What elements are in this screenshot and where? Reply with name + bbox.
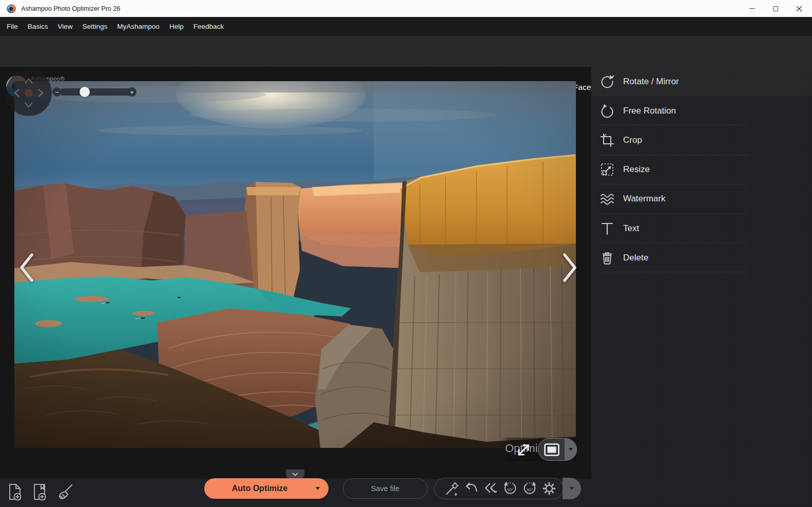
zoom-in-label: + (130, 89, 134, 96)
rotate-mirror-icon (599, 73, 615, 90)
chevron-left-icon (18, 253, 36, 283)
auto-optimize-label: Auto Optimize (232, 484, 287, 493)
sidebar-item-label: Watermark (623, 194, 666, 204)
menu-file[interactable]: File (7, 23, 18, 30)
svg-text:90°: 90° (527, 487, 533, 492)
rotate-left-90-button[interactable]: 90° (500, 478, 520, 499)
menu-settings[interactable]: Settings (83, 23, 108, 30)
pan-arrows-icon (6, 70, 52, 116)
sidebar-item-delete[interactable]: Delete (591, 243, 812, 272)
edit-actions-group: 90° 90° (434, 478, 564, 499)
app-window: Ashampoo Photo Optimizer Pro 26 File Bas… (0, 0, 812, 507)
watermark-icon (599, 191, 615, 207)
maximize-icon (773, 6, 778, 11)
add-file-button[interactable] (4, 480, 27, 504)
save-file-button[interactable]: Save file (343, 478, 428, 499)
fullscreen-button[interactable] (514, 441, 533, 459)
app-logo-icon (7, 4, 16, 13)
window-title: Ashampoo Photo Optimizer Pro 26 (21, 5, 120, 12)
canyon-photo (14, 81, 576, 448)
sidebar-item-watermark[interactable]: Watermark (591, 184, 812, 214)
window-controls (740, 0, 811, 17)
menu-bar: File Basics View Settings MyAshampoo Hel… (0, 17, 812, 36)
menu-help[interactable]: Help (169, 23, 184, 30)
close-icon (796, 6, 802, 12)
settings-gear-icon (541, 480, 557, 497)
text-icon (599, 220, 615, 237)
resize-icon (599, 161, 615, 178)
zoom-out-label: − (55, 89, 59, 96)
title-bar: Ashampoo Photo Optimizer Pro 26 (0, 0, 812, 17)
tab-face[interactable]: Face (573, 83, 591, 92)
previous-image-button[interactable] (18, 253, 36, 283)
menu-myashampoo[interactable]: MyAshampoo (117, 23, 160, 30)
sidebar-item-label: Resize (623, 164, 650, 175)
settings-button[interactable] (539, 478, 559, 499)
clean-list-button[interactable] (53, 480, 76, 504)
sidebar-item-rotate-mirror[interactable]: Rotate / Mirror (591, 67, 812, 96)
save-file-label: Save file (371, 484, 400, 493)
minimize-icon (749, 8, 755, 9)
rotate-right-90-button[interactable]: 90° (520, 478, 539, 499)
sidebar-item-label: Free Rotation (623, 106, 676, 116)
sidebar-item-label: Crop (623, 135, 642, 145)
add-folder-icon (31, 482, 49, 502)
minimize-button[interactable] (740, 0, 764, 17)
app-header: Ashampoo® Photo Optimizer Pro 26 Favorit… (0, 36, 812, 67)
next-image-button[interactable] (560, 253, 578, 283)
chevron-right-icon (560, 253, 578, 283)
rotate-right-90-icon: 90° (521, 480, 538, 497)
crop-icon (599, 132, 615, 148)
single-view-icon (544, 443, 559, 456)
sidebar-item-text[interactable]: Text (591, 214, 812, 243)
clean-list-icon (55, 482, 74, 502)
add-folder-button[interactable] (29, 480, 51, 504)
close-button[interactable] (787, 0, 811, 17)
undo-all-icon (483, 481, 498, 496)
zoom-slider-track[interactable] (61, 88, 130, 96)
file-buttons (4, 480, 76, 504)
auto-optimize-button[interactable]: Auto Optimize (204, 478, 328, 499)
undo-icon (463, 481, 479, 496)
chevron-down-icon (570, 487, 574, 490)
photo-canvas[interactable] (14, 81, 576, 448)
sidebar-item-free-rotation[interactable]: Free Rotation (591, 96, 812, 125)
rotate-left-90-icon: 90° (502, 480, 518, 497)
free-rotation-icon (599, 103, 615, 119)
undo-button[interactable] (461, 478, 481, 499)
undo-all-button[interactable] (481, 478, 500, 499)
pan-control[interactable] (6, 70, 52, 116)
menu-view[interactable]: View (58, 23, 73, 30)
chevron-down-icon (316, 487, 320, 490)
svg-text:90°: 90° (507, 487, 513, 492)
sidebar-item-label: Rotate / Mirror (623, 77, 679, 87)
add-file-icon (6, 482, 25, 502)
sidebar-item-label: Delete (623, 253, 648, 263)
zoom-out-button[interactable]: − (52, 87, 62, 97)
menu-basics[interactable]: Basics (28, 23, 48, 30)
zoom-in-button[interactable]: + (127, 87, 137, 97)
expand-icon (514, 441, 533, 459)
magic-wand-button[interactable] (442, 478, 461, 499)
chevron-down-icon (569, 448, 573, 451)
zoom-slider-thumb[interactable] (80, 87, 90, 97)
sidebar-item-label: Text (623, 223, 639, 234)
compare-view-control (538, 438, 577, 461)
filmstrip-collapse-tab[interactable] (286, 470, 304, 478)
menu-feedback[interactable]: Feedback (194, 23, 224, 30)
sidebar-item-crop[interactable]: Crop (591, 125, 812, 155)
tools-sidebar: Rotate / Mirror Free Rotation Crop (591, 67, 812, 507)
sidebar-item-resize[interactable]: Resize (591, 155, 812, 184)
chevron-down-icon (292, 472, 299, 476)
compare-view-button[interactable] (538, 439, 565, 460)
maximize-button[interactable] (764, 0, 787, 17)
magic-wand-icon (444, 481, 459, 496)
delete-icon (599, 250, 615, 266)
